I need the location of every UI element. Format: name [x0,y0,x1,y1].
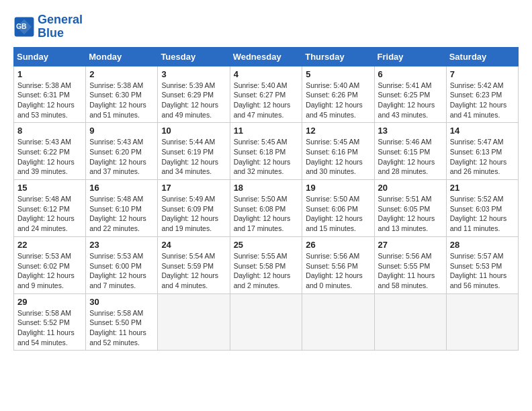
calendar-day-cell: 1 Sunrise: 5:38 AMSunset: 6:31 PMDayligh… [14,66,86,123]
calendar-day-cell: 16 Sunrise: 5:48 AMSunset: 6:10 PMDaylig… [86,180,158,237]
calendar-day-cell: 2 Sunrise: 5:38 AMSunset: 6:30 PMDayligh… [86,66,158,123]
day-info: Sunrise: 5:39 AMSunset: 6:29 PMDaylight:… [161,81,218,119]
day-info: Sunrise: 5:54 AMSunset: 5:59 PMDaylight:… [161,252,218,289]
calendar-day-cell: 23 Sunrise: 5:53 AMSunset: 6:00 PMDaylig… [86,236,158,293]
svg-text:GB: GB [16,23,27,30]
day-number: 10 [161,126,226,136]
calendar-day-cell: 3 Sunrise: 5:39 AMSunset: 6:29 PMDayligh… [158,66,230,123]
day-info: Sunrise: 5:45 AMSunset: 6:18 PMDaylight:… [234,138,291,175]
day-info: Sunrise: 5:41 AMSunset: 6:25 PMDaylight:… [378,81,435,119]
day-info: Sunrise: 5:45 AMSunset: 6:16 PMDaylight:… [306,138,363,175]
day-number: 29 [17,297,82,307]
calendar-day-cell: 21 Sunrise: 5:52 AMSunset: 6:03 PMDaylig… [446,180,518,237]
day-number: 21 [450,183,515,193]
day-number: 2 [89,69,154,79]
calendar-day-cell [158,293,230,351]
day-info: Sunrise: 5:43 AMSunset: 6:22 PMDaylight:… [17,138,75,175]
day-number: 12 [306,126,370,136]
calendar-day-cell: 4 Sunrise: 5:40 AMSunset: 6:27 PMDayligh… [230,66,302,123]
day-info: Sunrise: 5:52 AMSunset: 6:03 PMDaylight:… [450,195,507,232]
calendar-day-cell: 11 Sunrise: 5:45 AMSunset: 6:18 PMDaylig… [230,123,302,180]
weekday-header: Friday [374,47,446,66]
page-header: GB General Blue [13,13,519,40]
day-number: 22 [17,240,82,250]
day-number: 13 [378,126,443,136]
weekday-header: Sunday [14,47,86,66]
calendar-day-cell: 6 Sunrise: 5:41 AMSunset: 6:25 PMDayligh… [374,66,446,123]
weekday-header: Wednesday [230,47,302,66]
calendar-day-cell: 30 Sunrise: 5:58 AMSunset: 5:50 PMDaylig… [86,293,158,351]
day-info: Sunrise: 5:56 AMSunset: 5:55 PMDaylight:… [378,252,435,289]
day-info: Sunrise: 5:50 AMSunset: 6:08 PMDaylight:… [234,195,291,232]
day-number: 28 [450,240,515,250]
day-number: 7 [450,69,515,79]
day-number: 8 [17,126,82,136]
calendar-day-cell: 7 Sunrise: 5:42 AMSunset: 6:23 PMDayligh… [446,66,518,123]
calendar-day-cell: 10 Sunrise: 5:44 AMSunset: 6:19 PMDaylig… [158,123,230,180]
day-info: Sunrise: 5:47 AMSunset: 6:13 PMDaylight:… [450,138,507,175]
weekday-header: Tuesday [158,47,230,66]
calendar-day-cell: 26 Sunrise: 5:56 AMSunset: 5:56 PMDaylig… [302,236,374,293]
calendar-day-cell [302,293,374,351]
calendar-week-row: 8 Sunrise: 5:43 AMSunset: 6:22 PMDayligh… [14,123,519,180]
calendar-day-cell: 5 Sunrise: 5:40 AMSunset: 6:26 PMDayligh… [302,66,374,123]
calendar-day-cell: 9 Sunrise: 5:43 AMSunset: 6:20 PMDayligh… [86,123,158,180]
day-info: Sunrise: 5:42 AMSunset: 6:23 PMDaylight:… [450,81,507,119]
calendar-week-row: 1 Sunrise: 5:38 AMSunset: 6:31 PMDayligh… [14,66,519,123]
calendar-week-row: 15 Sunrise: 5:48 AMSunset: 6:12 PMDaylig… [14,180,519,237]
weekday-header-row: SundayMondayTuesdayWednesdayThursdayFrid… [14,47,519,66]
calendar-day-cell: 25 Sunrise: 5:55 AMSunset: 5:58 PMDaylig… [230,236,302,293]
day-info: Sunrise: 5:43 AMSunset: 6:20 PMDaylight:… [89,138,146,175]
day-number: 11 [234,126,299,136]
day-info: Sunrise: 5:53 AMSunset: 6:00 PMDaylight:… [89,252,146,289]
day-number: 14 [450,126,515,136]
day-number: 1 [17,69,82,79]
day-number: 3 [161,69,226,79]
day-info: Sunrise: 5:48 AMSunset: 6:10 PMDaylight:… [89,195,146,232]
calendar-day-cell: 20 Sunrise: 5:51 AMSunset: 6:05 PMDaylig… [374,180,446,237]
calendar-table: SundayMondayTuesdayWednesdayThursdayFrid… [13,47,519,351]
day-number: 5 [306,69,370,79]
day-info: Sunrise: 5:58 AMSunset: 5:50 PMDaylight:… [89,309,146,347]
day-info: Sunrise: 5:51 AMSunset: 6:05 PMDaylight:… [378,195,435,232]
day-info: Sunrise: 5:46 AMSunset: 6:15 PMDaylight:… [378,138,435,175]
day-info: Sunrise: 5:53 AMSunset: 6:02 PMDaylight:… [17,252,75,289]
calendar-day-cell: 14 Sunrise: 5:47 AMSunset: 6:13 PMDaylig… [446,123,518,180]
calendar-day-cell [446,293,518,351]
day-number: 9 [89,126,154,136]
calendar-day-cell: 19 Sunrise: 5:50 AMSunset: 6:06 PMDaylig… [302,180,374,237]
day-info: Sunrise: 5:38 AMSunset: 6:30 PMDaylight:… [89,81,146,119]
logo-icon: GB [13,16,35,38]
calendar-day-cell [230,293,302,351]
calendar-day-cell: 15 Sunrise: 5:48 AMSunset: 6:12 PMDaylig… [14,180,86,237]
day-info: Sunrise: 5:55 AMSunset: 5:58 PMDaylight:… [234,252,291,289]
calendar-day-cell: 29 Sunrise: 5:58 AMSunset: 5:52 PMDaylig… [14,293,86,351]
calendar-day-cell: 24 Sunrise: 5:54 AMSunset: 5:59 PMDaylig… [158,236,230,293]
day-number: 16 [89,183,154,193]
day-info: Sunrise: 5:49 AMSunset: 6:09 PMDaylight:… [161,195,218,232]
day-number: 6 [378,69,443,79]
calendar-day-cell: 12 Sunrise: 5:45 AMSunset: 6:16 PMDaylig… [302,123,374,180]
day-number: 20 [378,183,443,193]
calendar-day-cell [374,293,446,351]
weekday-header: Monday [86,47,158,66]
calendar-day-cell: 22 Sunrise: 5:53 AMSunset: 6:02 PMDaylig… [14,236,86,293]
calendar-day-cell: 8 Sunrise: 5:43 AMSunset: 6:22 PMDayligh… [14,123,86,180]
day-info: Sunrise: 5:56 AMSunset: 5:56 PMDaylight:… [306,252,363,289]
logo: GB General Blue [13,13,83,40]
day-number: 23 [89,240,154,250]
day-info: Sunrise: 5:58 AMSunset: 5:52 PMDaylight:… [17,309,75,347]
calendar-week-row: 22 Sunrise: 5:53 AMSunset: 6:02 PMDaylig… [14,236,519,293]
day-info: Sunrise: 5:38 AMSunset: 6:31 PMDaylight:… [17,81,75,119]
calendar-day-cell: 28 Sunrise: 5:57 AMSunset: 5:53 PMDaylig… [446,236,518,293]
day-info: Sunrise: 5:48 AMSunset: 6:12 PMDaylight:… [17,195,75,232]
day-info: Sunrise: 5:40 AMSunset: 6:27 PMDaylight:… [234,81,291,119]
day-info: Sunrise: 5:57 AMSunset: 5:53 PMDaylight:… [450,252,507,289]
day-number: 25 [234,240,299,250]
weekday-header: Thursday [302,47,374,66]
calendar-day-cell: 13 Sunrise: 5:46 AMSunset: 6:15 PMDaylig… [374,123,446,180]
day-number: 26 [306,240,370,250]
calendar-day-cell: 27 Sunrise: 5:56 AMSunset: 5:55 PMDaylig… [374,236,446,293]
calendar-day-cell: 17 Sunrise: 5:49 AMSunset: 6:09 PMDaylig… [158,180,230,237]
weekday-header: Saturday [446,47,518,66]
